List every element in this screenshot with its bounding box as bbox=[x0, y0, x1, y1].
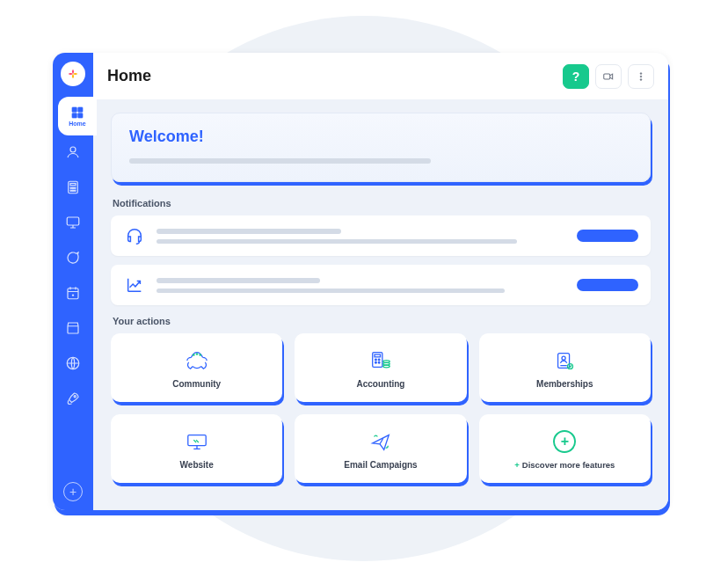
action-card-discover[interactable]: + +Discover more features bbox=[479, 414, 651, 483]
svg-point-4 bbox=[70, 147, 76, 152]
action-label: Email Campaigns bbox=[344, 460, 417, 470]
skeleton-line bbox=[157, 239, 517, 244]
action-card-community[interactable]: Community bbox=[111, 333, 282, 402]
svg-rect-3 bbox=[78, 113, 83, 118]
notification-action-button[interactable] bbox=[577, 230, 638, 242]
svg-point-19 bbox=[640, 76, 642, 77]
sidebar-item-events[interactable] bbox=[63, 283, 83, 303]
sidebar-item-website[interactable] bbox=[63, 213, 83, 232]
svg-rect-1 bbox=[78, 107, 83, 112]
sidebar-item-rocket[interactable] bbox=[63, 389, 83, 408]
header: Home ? bbox=[93, 53, 668, 100]
skeleton-line bbox=[129, 158, 431, 164]
svg-rect-25 bbox=[375, 354, 381, 357]
calculator-icon bbox=[65, 179, 81, 195]
video-icon bbox=[602, 70, 615, 83]
svg-point-29 bbox=[378, 362, 380, 363]
action-card-website[interactable]: Website bbox=[111, 414, 282, 483]
sidebar-item-globe[interactable] bbox=[63, 354, 83, 373]
svg-point-23 bbox=[199, 354, 201, 356]
svg-point-32 bbox=[383, 365, 389, 368]
skeleton-line bbox=[157, 229, 341, 234]
main-area: Home ? Welcome! Notifications bbox=[93, 53, 668, 510]
notification-item bbox=[111, 215, 651, 256]
notification-item bbox=[111, 265, 651, 305]
headset-icon bbox=[123, 224, 146, 247]
website-icon bbox=[184, 428, 210, 455]
svg-point-7 bbox=[70, 187, 72, 189]
page-title: Home bbox=[107, 67, 557, 85]
action-card-accounting[interactable]: Accounting bbox=[295, 333, 466, 402]
accounting-icon bbox=[368, 347, 394, 374]
action-card-email-campaigns[interactable]: Email Campaigns bbox=[295, 414, 466, 483]
globe-icon bbox=[65, 355, 81, 371]
skeleton-line bbox=[157, 288, 505, 293]
svg-point-16 bbox=[74, 396, 76, 398]
help-icon: ? bbox=[572, 69, 580, 84]
welcome-card: Welcome! bbox=[111, 113, 651, 182]
sidebar-item-store[interactable] bbox=[63, 318, 83, 338]
welcome-title: Welcome! bbox=[129, 128, 632, 146]
svg-point-20 bbox=[640, 78, 642, 80]
notifications-heading: Notifications bbox=[113, 198, 651, 208]
svg-point-10 bbox=[70, 190, 72, 192]
sidebar-item-home[interactable]: Home bbox=[58, 97, 97, 135]
discover-plus-icon: + bbox=[553, 428, 576, 455]
app-logo[interactable] bbox=[61, 62, 85, 86]
action-label: Accounting bbox=[356, 379, 404, 389]
grid-icon bbox=[70, 106, 84, 120]
action-card-memberships[interactable]: Memberships bbox=[479, 333, 651, 402]
paper-plane-icon bbox=[368, 428, 394, 455]
video-button[interactable] bbox=[595, 64, 622, 89]
action-label: Community bbox=[172, 379, 221, 389]
action-label: +Discover more features bbox=[514, 460, 615, 470]
action-label: Memberships bbox=[536, 379, 593, 389]
help-button[interactable]: ? bbox=[563, 64, 589, 89]
community-icon bbox=[184, 347, 210, 374]
svg-point-27 bbox=[378, 359, 380, 361]
app-window: Home bbox=[53, 53, 668, 510]
sidebar-add-button[interactable]: + bbox=[63, 482, 83, 501]
svg-point-21 bbox=[193, 354, 195, 356]
sidebar-item-home-label: Home bbox=[69, 121, 85, 127]
store-icon bbox=[65, 320, 81, 336]
plus-icon: + bbox=[69, 486, 76, 498]
svg-rect-13 bbox=[67, 217, 79, 225]
svg-point-8 bbox=[72, 187, 74, 189]
user-icon bbox=[65, 144, 81, 160]
svg-rect-2 bbox=[72, 113, 76, 118]
svg-rect-6 bbox=[70, 184, 76, 186]
chat-icon bbox=[65, 250, 81, 266]
svg-rect-14 bbox=[68, 288, 78, 299]
more-vertical-icon bbox=[635, 70, 647, 83]
logo-icon bbox=[66, 67, 80, 81]
svg-rect-0 bbox=[72, 107, 76, 112]
calendar-icon bbox=[65, 285, 81, 301]
memberships-icon bbox=[551, 347, 578, 374]
actions-heading: Your actions bbox=[113, 316, 651, 326]
sidebar-item-contacts[interactable] bbox=[63, 142, 83, 162]
rocket-icon bbox=[65, 391, 81, 406]
sidebar-item-chat[interactable] bbox=[63, 248, 83, 267]
monitor-icon bbox=[65, 215, 81, 230]
more-button[interactable] bbox=[628, 64, 654, 89]
svg-point-11 bbox=[72, 190, 74, 192]
chart-up-icon bbox=[123, 274, 146, 296]
svg-point-9 bbox=[75, 187, 76, 189]
sidebar: Home bbox=[53, 53, 93, 510]
svg-point-34 bbox=[562, 356, 565, 360]
svg-point-22 bbox=[195, 353, 198, 355]
action-label: Website bbox=[180, 460, 214, 470]
svg-point-18 bbox=[640, 72, 642, 74]
svg-point-28 bbox=[375, 362, 377, 363]
sidebar-item-accounting[interactable] bbox=[63, 178, 83, 197]
svg-point-12 bbox=[75, 190, 76, 192]
svg-rect-17 bbox=[604, 74, 610, 79]
notification-action-button[interactable] bbox=[577, 279, 638, 291]
svg-point-26 bbox=[375, 359, 377, 361]
skeleton-line bbox=[157, 278, 320, 283]
